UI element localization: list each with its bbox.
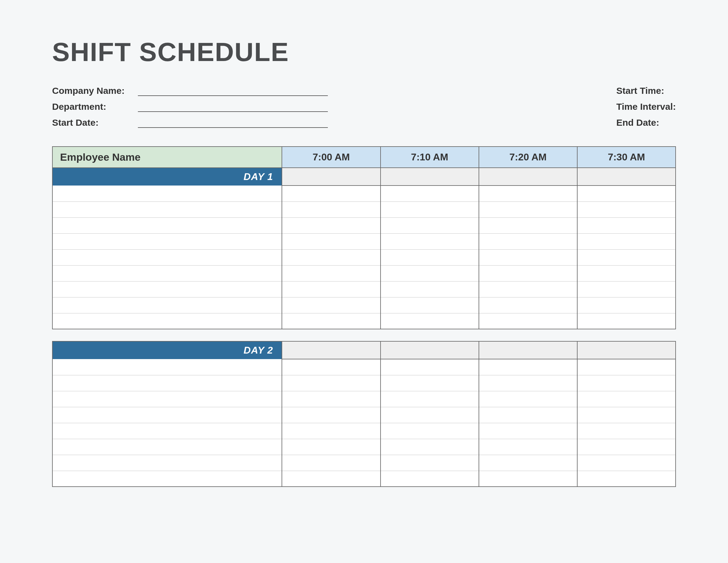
time-cell[interactable]	[577, 471, 676, 487]
time-cell[interactable]	[282, 233, 380, 249]
spacer-row	[52, 329, 676, 341]
time-cell[interactable]	[577, 265, 676, 281]
time-cell[interactable]	[577, 423, 676, 439]
time-cell[interactable]	[282, 249, 380, 265]
time-cell[interactable]	[479, 249, 577, 265]
time-cell[interactable]	[577, 201, 676, 217]
time-cell[interactable]	[479, 375, 577, 391]
employee-name-cell[interactable]	[52, 265, 282, 281]
employee-name-cell[interactable]	[52, 375, 282, 391]
time-cell[interactable]	[479, 297, 577, 313]
time-cell[interactable]	[577, 185, 676, 201]
time-cell[interactable]	[479, 423, 577, 439]
time-cell[interactable]	[282, 407, 380, 423]
time-cell[interactable]	[381, 249, 479, 265]
time-cell[interactable]	[282, 297, 380, 313]
time-cell[interactable]	[577, 217, 676, 233]
start-date-field[interactable]	[138, 119, 328, 128]
time-cell[interactable]	[282, 201, 380, 217]
time-cell[interactable]	[381, 455, 479, 471]
meta-time-interval: Time Interval:	[616, 101, 676, 112]
employee-name-cell[interactable]	[52, 439, 282, 455]
time-cell[interactable]	[577, 297, 676, 313]
employee-name-cell[interactable]	[52, 281, 282, 297]
time-cell[interactable]	[381, 407, 479, 423]
employee-name-cell[interactable]	[52, 217, 282, 233]
time-cell[interactable]	[282, 375, 380, 391]
time-cell[interactable]	[577, 249, 676, 265]
employee-name-cell[interactable]	[52, 233, 282, 249]
time-cell[interactable]	[577, 375, 676, 391]
meta-start-time: Start Time:	[616, 86, 676, 96]
time-cell[interactable]	[282, 471, 380, 487]
time-cell[interactable]	[381, 423, 479, 439]
time-cell[interactable]	[381, 391, 479, 407]
time-cell[interactable]	[479, 233, 577, 249]
time-cell[interactable]	[282, 359, 380, 375]
time-cell[interactable]	[577, 439, 676, 455]
time-cell[interactable]	[479, 439, 577, 455]
time-cell[interactable]	[381, 471, 479, 487]
time-cell[interactable]	[577, 313, 676, 329]
table-row	[52, 313, 676, 329]
employee-name-cell[interactable]	[52, 297, 282, 313]
time-cell[interactable]	[282, 439, 380, 455]
company-name-field[interactable]	[138, 87, 328, 96]
time-cell[interactable]	[381, 201, 479, 217]
time-cell[interactable]	[381, 297, 479, 313]
time-cell[interactable]	[577, 281, 676, 297]
time-cell[interactable]	[282, 455, 380, 471]
employee-name-cell[interactable]	[52, 423, 282, 439]
day-header-gap	[381, 168, 479, 185]
time-cell[interactable]	[282, 185, 380, 201]
time-cell[interactable]	[577, 359, 676, 375]
time-cell[interactable]	[282, 281, 380, 297]
employee-name-cell[interactable]	[52, 249, 282, 265]
time-cell[interactable]	[577, 407, 676, 423]
employee-name-cell[interactable]	[52, 455, 282, 471]
time-cell[interactable]	[479, 185, 577, 201]
time-cell[interactable]	[479, 471, 577, 487]
time-cell[interactable]	[479, 455, 577, 471]
time-cell[interactable]	[479, 217, 577, 233]
time-cell[interactable]	[479, 313, 577, 329]
time-cell[interactable]	[577, 233, 676, 249]
time-cell[interactable]	[381, 313, 479, 329]
table-row	[52, 455, 676, 471]
time-cell[interactable]	[381, 185, 479, 201]
time-cell[interactable]	[577, 455, 676, 471]
time-cell[interactable]	[479, 391, 577, 407]
time-cell[interactable]	[381, 217, 479, 233]
table-row	[52, 265, 676, 281]
schedule-table: Employee Name 7:00 AM 7:10 AM 7:20 AM 7:…	[52, 146, 676, 487]
time-cell[interactable]	[479, 359, 577, 375]
employee-name-cell[interactable]	[52, 471, 282, 487]
employee-name-cell[interactable]	[52, 391, 282, 407]
employee-name-cell[interactable]	[52, 407, 282, 423]
day-header-gap	[381, 341, 479, 359]
time-cell[interactable]	[479, 201, 577, 217]
time-cell[interactable]	[479, 407, 577, 423]
time-cell[interactable]	[381, 265, 479, 281]
employee-name-cell[interactable]	[52, 185, 282, 201]
time-cell[interactable]	[381, 359, 479, 375]
department-field[interactable]	[138, 103, 328, 112]
time-cell[interactable]	[381, 375, 479, 391]
time-cell[interactable]	[282, 391, 380, 407]
employee-name-header: Employee Name	[52, 146, 282, 168]
time-cell[interactable]	[282, 265, 380, 281]
table-row	[52, 233, 676, 249]
table-row	[52, 471, 676, 487]
time-cell[interactable]	[381, 439, 479, 455]
employee-name-cell[interactable]	[52, 313, 282, 329]
time-cell[interactable]	[282, 313, 380, 329]
time-cell[interactable]	[282, 217, 380, 233]
time-cell[interactable]	[381, 233, 479, 249]
time-cell[interactable]	[479, 281, 577, 297]
employee-name-cell[interactable]	[52, 201, 282, 217]
time-cell[interactable]	[577, 391, 676, 407]
time-cell[interactable]	[479, 265, 577, 281]
time-cell[interactable]	[282, 423, 380, 439]
time-cell[interactable]	[381, 281, 479, 297]
employee-name-cell[interactable]	[52, 359, 282, 375]
